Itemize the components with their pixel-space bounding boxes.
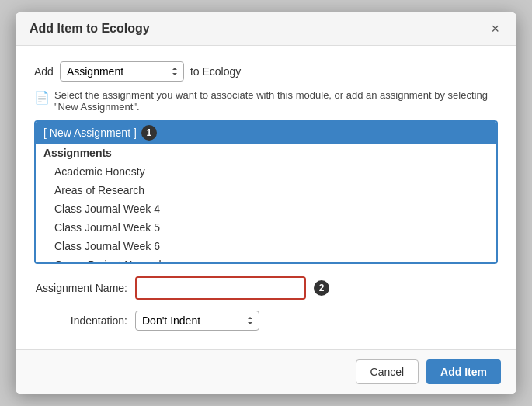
assignments-header-label: Assignments bbox=[43, 147, 112, 159]
modal-header: Add Item to Ecology × bbox=[16, 12, 516, 46]
close-button[interactable]: × bbox=[488, 22, 502, 36]
new-assignment-label: [ New Assignment ] bbox=[43, 127, 137, 139]
class-journal-5-label: Class Journal Week 5 bbox=[54, 221, 160, 234]
list-item-areas-of-research[interactable]: Areas of Research bbox=[36, 181, 496, 200]
modal-body: Add AssignmentQuizFilePageDiscussionText… bbox=[16, 46, 516, 349]
list-item-new[interactable]: [ New Assignment ] 1 bbox=[36, 122, 496, 144]
add-item-button[interactable]: Add Item bbox=[426, 359, 501, 384]
assignment-name-row: Assignment Name: 2 bbox=[34, 276, 498, 300]
info-icon: 📄 bbox=[34, 90, 50, 105]
class-journal-4-label: Class Journal Week 4 bbox=[54, 203, 160, 215]
list-item-academic-honesty[interactable]: Academic Honesty bbox=[36, 162, 496, 181]
assignment-name-label: Assignment Name: bbox=[34, 282, 127, 294]
new-assignment-badge: 1 bbox=[141, 125, 157, 141]
indentation-row: Indentation: Don't IndentIndent 1Indent … bbox=[34, 311, 498, 331]
class-journal-6-label: Class Journal Week 6 bbox=[54, 240, 160, 252]
list-item-class-journal-5[interactable]: Class Journal Week 5 bbox=[36, 218, 496, 237]
add-row: Add AssignmentQuizFilePageDiscussionText… bbox=[34, 61, 498, 82]
info-row: 📄 Select the assignment you want to asso… bbox=[34, 89, 498, 113]
assignment-name-input[interactable] bbox=[135, 276, 306, 300]
academic-honesty-label: Academic Honesty bbox=[54, 165, 145, 178]
assignment-list[interactable]: [ New Assignment ] 1 Assignments Academi… bbox=[34, 120, 498, 264]
indentation-select[interactable]: Don't IndentIndent 1Indent 2Indent 3 bbox=[135, 311, 259, 331]
group-project-label: Group Project November bbox=[54, 259, 175, 264]
add-label: Add bbox=[34, 65, 54, 78]
modal-title: Add Item to Ecology bbox=[30, 22, 150, 36]
modal-overlay: Add Item to Ecology × Add AssignmentQuiz… bbox=[0, 0, 532, 406]
modal-footer: Cancel Add Item bbox=[16, 349, 516, 394]
modal-dialog: Add Item to Ecology × Add AssignmentQuiz… bbox=[16, 12, 516, 394]
type-select[interactable]: AssignmentQuizFilePageDiscussionText Hea… bbox=[60, 61, 184, 82]
indentation-label: Indentation: bbox=[34, 314, 127, 327]
info-text: Select the assignment you want to associ… bbox=[54, 89, 498, 113]
list-group-assignments: Assignments bbox=[36, 144, 496, 162]
assignment-name-badge: 2 bbox=[314, 280, 329, 296]
list-item-class-journal-6[interactable]: Class Journal Week 6 bbox=[36, 237, 496, 255]
areas-of-research-label: Areas of Research bbox=[54, 184, 144, 196]
to-label: to Ecology bbox=[190, 65, 241, 78]
list-item-group-project[interactable]: Group Project November bbox=[36, 255, 496, 264]
cancel-button[interactable]: Cancel bbox=[356, 359, 419, 384]
list-item-class-journal-4[interactable]: Class Journal Week 4 bbox=[36, 200, 496, 218]
